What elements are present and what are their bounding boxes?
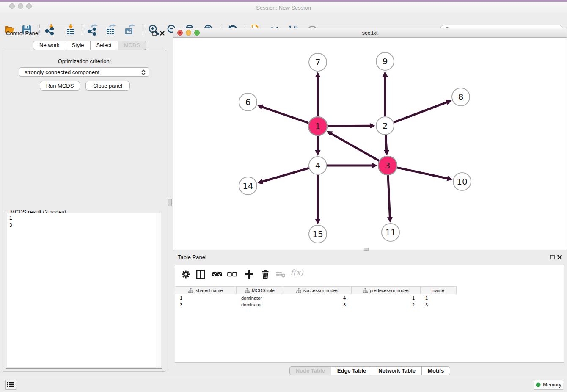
float-table-panel-icon[interactable] <box>550 254 555 260</box>
vertical-splitter-handle[interactable] <box>168 199 172 206</box>
titlebar: Session: New Session <box>0 2 567 11</box>
task-history-button[interactable] <box>5 380 16 390</box>
close-panel-icon[interactable] <box>160 30 165 36</box>
delete-table-icon <box>275 269 286 280</box>
hierarchy-icon <box>363 288 368 293</box>
deselect-all-icon[interactable] <box>227 269 238 280</box>
table-panel-title: Table Panel <box>178 254 206 260</box>
memory-button[interactable]: Memory <box>534 380 563 390</box>
float-panel-icon[interactable] <box>152 30 157 36</box>
function-builder-icon: f(x) <box>290 268 303 277</box>
import-network-icon[interactable] <box>44 24 56 36</box>
table-cell[interactable]: 1 <box>421 295 457 301</box>
export-network-icon[interactable] <box>86 24 99 36</box>
column-header-predecessor-nodes[interactable]: predecessor nodes <box>352 287 421 294</box>
toolbar-separator <box>39 24 40 35</box>
status-bar <box>0 377 567 392</box>
result-line: 1 <box>7 215 161 222</box>
close-table-panel-icon[interactable] <box>557 254 562 260</box>
graph-edge[interactable] <box>262 168 309 182</box>
tab-network-table[interactable]: Network Table <box>372 366 422 375</box>
graph-edge[interactable] <box>394 102 448 122</box>
table-cell[interactable]: 1 <box>175 295 237 301</box>
column-header-successor-nodes[interactable]: successor nodes <box>283 287 352 294</box>
table-cell[interactable]: 2 <box>352 301 421 308</box>
column-view-icon[interactable] <box>195 269 206 280</box>
run-mcds-button[interactable]: Run MCDS <box>40 81 80 91</box>
graph-edge[interactable] <box>385 135 386 151</box>
list-icon <box>7 382 14 388</box>
table-tabs: Node Table Edge Table Network Table Moti… <box>173 366 567 375</box>
graph-node-label: 11 <box>385 227 396 237</box>
tab-mcds[interactable]: MCDS <box>118 41 146 50</box>
main-toolbar <box>0 11 567 26</box>
export-table-icon[interactable] <box>105 24 117 36</box>
graph-edge-arrowhead <box>384 150 389 155</box>
toolbar-separator <box>82 24 82 35</box>
graph-edge-arrowhead <box>372 163 377 168</box>
table-cell[interactable]: dominator <box>237 301 283 308</box>
close-panel-button[interactable]: Close panel <box>85 81 130 91</box>
add-row-icon[interactable] <box>244 269 255 280</box>
network-view-title: scc.txt <box>173 28 567 38</box>
column-label: predecessor nodes <box>370 288 410 293</box>
column-label: successor nodes <box>303 288 339 293</box>
horizontal-splitter-handle[interactable] <box>364 248 369 251</box>
column-header-name[interactable]: name <box>421 287 457 294</box>
gear-icon[interactable] <box>180 269 191 280</box>
hierarchy-icon <box>188 288 193 293</box>
table-cell[interactable]: dominator <box>237 295 283 301</box>
column-label: MCDS role <box>252 288 275 293</box>
tab-network[interactable]: Network <box>33 41 66 50</box>
network-canvas[interactable]: 1234678910111415 <box>173 38 567 250</box>
toolbar-separator <box>143 24 143 35</box>
graph-edge-arrowhead <box>315 72 321 77</box>
graph-node-label: 1 <box>315 121 321 131</box>
table-header-row: shared name MCDS role successor nodes pr… <box>175 286 457 294</box>
memory-label: Memory <box>543 382 561 388</box>
graph-edge[interactable] <box>397 168 448 179</box>
graph-edge-arrowhead <box>446 176 452 181</box>
dropdown-stepper-icon <box>140 69 146 76</box>
table-row[interactable]: 1dominator411 <box>175 295 457 301</box>
table-cell[interactable]: 3 <box>175 301 237 308</box>
graph-node-label: 6 <box>245 97 251 107</box>
graph-edge[interactable] <box>261 107 308 123</box>
tab-node-table[interactable]: Node Table <box>289 366 331 375</box>
graph-node-label: 15 <box>312 229 323 239</box>
table-cell[interactable]: 1 <box>352 295 421 301</box>
graph-edge[interactable] <box>328 126 371 126</box>
tab-select[interactable]: Select <box>91 41 118 50</box>
graph-node-label: 7 <box>315 57 321 67</box>
criterion-dropdown[interactable]: strongly connected component <box>19 67 149 77</box>
network-window-titlebar[interactable]: × − + scc.txt <box>173 28 567 38</box>
import-table-icon[interactable] <box>64 24 77 36</box>
tab-style[interactable]: Style <box>66 41 91 50</box>
graph-edge[interactable] <box>388 175 390 218</box>
column-header-mcds-role[interactable]: MCDS role <box>237 287 283 294</box>
graph-edge[interactable] <box>330 133 379 161</box>
graph-edge-arrowhead <box>257 179 263 184</box>
table-row[interactable]: 3dominator323 <box>175 301 457 308</box>
graph-node-label: 2 <box>383 121 388 131</box>
export-image-icon[interactable] <box>123 24 136 36</box>
tab-edge-table[interactable]: Edge Table <box>331 366 372 375</box>
tab-motifs[interactable]: Motifs <box>422 366 450 375</box>
table-cell[interactable]: 4 <box>283 295 352 301</box>
control-panel-title: Control Panel <box>6 30 39 36</box>
memory-status-icon <box>536 382 541 387</box>
column-header-shared-name[interactable]: shared name <box>175 287 237 294</box>
graph-node-label: 3 <box>385 160 391 171</box>
delete-row-trash-icon[interactable] <box>260 269 271 280</box>
select-all-icon[interactable] <box>212 269 223 280</box>
graph-edge-arrowhead <box>257 105 263 110</box>
mcds-result-textarea[interactable]: 1 3 <box>7 213 161 367</box>
table-cell[interactable]: 3 <box>283 301 352 308</box>
result-scrollbar[interactable] <box>156 213 161 367</box>
graph-node-label: 4 <box>315 160 321 171</box>
graph-edge-arrowhead <box>315 150 321 156</box>
optimization-criterion-label: Optimization criterion: <box>0 58 169 64</box>
criterion-value: strongly connected component <box>25 69 99 75</box>
table-cell[interactable]: 3 <box>421 301 457 308</box>
network-view-window: × − + scc.txt 1234678910111415 <box>173 28 567 250</box>
